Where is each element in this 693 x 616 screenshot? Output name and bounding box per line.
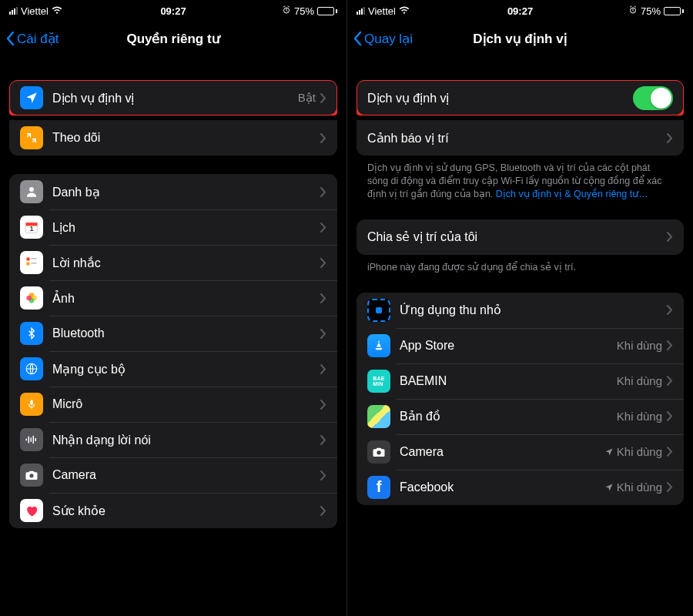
group-apps: Ứng dụng thu nhỏApp StoreKhi dùngBAEMINB… xyxy=(357,293,684,505)
row-mic[interactable]: Micrô xyxy=(9,387,337,422)
row-app-maps[interactable]: Bản đồKhi dùng xyxy=(357,399,684,434)
phone-location-services: Viettel 09:27 75% Quay lại Dịch vụ định … xyxy=(346,0,693,616)
chevron-right-icon xyxy=(667,376,673,386)
row-label: Bản đồ xyxy=(400,409,617,424)
svg-point-23 xyxy=(377,450,380,454)
chevron-right-icon xyxy=(320,329,326,339)
status-bar: Viettel 09:27 75% xyxy=(0,0,346,22)
row-label: Bluetooth xyxy=(52,326,320,340)
row-camera[interactable]: Camera xyxy=(9,457,337,493)
row-app-appclip[interactable]: Ứng dụng thu nhỏ xyxy=(357,293,684,328)
toggle-switch[interactable] xyxy=(633,86,673,110)
svg-rect-8 xyxy=(31,263,37,264)
row-health[interactable]: Sức khỏe xyxy=(9,493,337,528)
chevron-right-icon xyxy=(320,364,326,374)
svg-rect-14 xyxy=(30,400,33,405)
row-label: Micrô xyxy=(52,397,320,411)
chevron-right-icon xyxy=(320,470,326,480)
svg-point-5 xyxy=(26,257,30,261)
svg-rect-22 xyxy=(376,307,382,313)
row-value: Khi dùng xyxy=(617,339,662,352)
row-label: Cảnh báo vị trí xyxy=(367,131,667,146)
row-location-services[interactable]: Dịch vụ định vị Bật xyxy=(9,80,337,116)
row-tracking[interactable]: Theo dõi xyxy=(9,120,337,156)
row-bluetooth[interactable]: Bluetooth xyxy=(9,316,337,351)
row-label: Lịch xyxy=(52,220,320,235)
chevron-right-icon xyxy=(320,506,326,516)
clock: 09:27 xyxy=(347,5,693,17)
chevron-right-icon xyxy=(667,340,673,350)
navbar: Quay lại Dịch vụ định vị xyxy=(347,22,693,55)
row-app-camera-app[interactable]: Camera Khi dùng xyxy=(357,434,684,470)
back-button[interactable]: Cài đặt xyxy=(0,31,59,47)
row-label: Camera xyxy=(52,468,320,482)
row-value: Khi dùng xyxy=(604,445,662,458)
row-label: Nhận dạng lời nói xyxy=(52,433,320,447)
svg-rect-18 xyxy=(33,436,35,444)
row-network[interactable]: Mạng cục bộ xyxy=(9,351,337,387)
row-location-toggle[interactable]: Dịch vụ định vị xyxy=(357,80,684,116)
location-arrow-icon xyxy=(604,483,614,492)
row-label: Facebook xyxy=(400,480,604,494)
chevron-left-icon xyxy=(5,31,15,46)
row-app-appstore[interactable]: App StoreKhi dùng xyxy=(357,328,684,363)
footer-description: Dịch vụ định vị sử dụng GPS, Bluetooth v… xyxy=(357,156,684,201)
row-value: Khi dùng xyxy=(604,480,662,494)
svg-rect-15 xyxy=(26,439,28,441)
svg-point-20 xyxy=(29,474,33,477)
row-speech[interactable]: Nhận dạng lời nói xyxy=(9,422,337,457)
chevron-right-icon xyxy=(667,232,673,242)
row-label: Lời nhắc xyxy=(52,256,320,270)
privacy-link[interactable]: Dịch vụ định vị & Quyền riêng tư… xyxy=(496,189,648,199)
row-label: App Store xyxy=(400,339,617,353)
group-location-services: Dịch vụ định vị Bật xyxy=(9,80,337,116)
svg-rect-17 xyxy=(31,437,32,442)
back-label: Quay lại xyxy=(364,31,413,47)
row-app-baemin[interactable]: BAEMINBAEMINKhi dùng xyxy=(357,363,684,399)
tracking-icon xyxy=(20,126,43,149)
group-location-toggle: Dịch vụ định vị xyxy=(357,80,684,116)
row-contacts[interactable]: Danh bạ xyxy=(9,174,337,209)
group-privacy-items: Danh bạ1LịchLời nhắcẢnhBluetoothMạng cục… xyxy=(9,174,337,528)
row-label: Ứng dụng thu nhỏ xyxy=(400,303,667,317)
chevron-right-icon xyxy=(667,305,673,315)
chevron-right-icon xyxy=(320,293,326,303)
row-label: Mạng cục bộ xyxy=(52,362,320,377)
chevron-right-icon xyxy=(667,133,673,143)
row-app-facebook[interactable]: fFacebook Khi dùng xyxy=(357,470,684,505)
row-photos[interactable]: Ảnh xyxy=(9,280,337,316)
row-label: Chia sẻ vị trí của tôi xyxy=(367,229,667,244)
status-bar: Viettel 09:27 75% xyxy=(347,0,693,22)
svg-rect-19 xyxy=(35,438,37,442)
row-label: Danh bạ xyxy=(52,185,320,199)
chevron-right-icon xyxy=(320,258,326,268)
phone-privacy: Viettel 09:27 75% Cài đặt Quyền riêng tư… xyxy=(0,0,346,616)
svg-rect-7 xyxy=(31,258,37,259)
row-label: Sức khỏe xyxy=(52,504,320,518)
chevron-right-icon xyxy=(667,411,673,421)
row-calendar[interactable]: 1Lịch xyxy=(9,209,337,245)
location-arrow-icon xyxy=(604,447,614,457)
location-icon xyxy=(20,86,43,109)
row-label: BAEMIN xyxy=(400,374,617,388)
chevron-right-icon xyxy=(320,223,326,233)
row-reminders[interactable]: Lời nhắc xyxy=(9,245,337,280)
svg-text:1: 1 xyxy=(30,225,34,233)
row-location-alerts[interactable]: Cảnh báo vị trí xyxy=(357,120,684,156)
chevron-right-icon xyxy=(320,187,326,197)
navbar: Cài đặt Quyền riêng tư xyxy=(0,22,346,55)
chevron-right-icon xyxy=(320,400,326,410)
row-label: Dịch vụ định vị xyxy=(367,91,633,105)
back-label: Cài đặt xyxy=(17,31,59,47)
chevron-right-icon xyxy=(320,133,326,143)
chevron-right-icon xyxy=(320,93,326,103)
row-share-location[interactable]: Chia sẻ vị trí của tôi xyxy=(357,219,684,255)
row-label: Theo dõi xyxy=(52,131,320,145)
chevron-right-icon xyxy=(667,482,673,492)
row-label: Camera xyxy=(400,445,604,459)
clock: 09:27 xyxy=(0,5,346,17)
group-share-location: Chia sẻ vị trí của tôi xyxy=(357,219,684,255)
row-value: Khi dùng xyxy=(617,374,662,387)
row-label: Ảnh xyxy=(52,291,320,306)
back-button[interactable]: Quay lại xyxy=(347,31,413,47)
